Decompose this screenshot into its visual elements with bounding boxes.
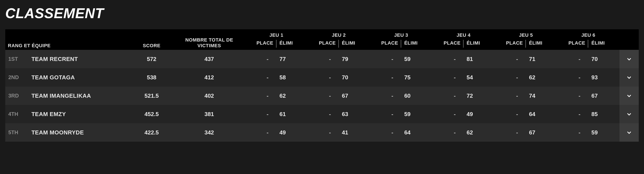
header-game-4: JEU 4 xyxy=(432,29,495,39)
table-row: 3RDTEAM IMANGELIKAA521.5402-62-67-60-72-… xyxy=(5,86,639,105)
place-cell: - xyxy=(432,105,464,123)
header-place-1: PLACE xyxy=(245,39,276,50)
place-cell: - xyxy=(495,105,526,123)
elimi-cell: 59 xyxy=(588,123,620,142)
elimi-cell: 63 xyxy=(339,105,370,123)
place-cell: - xyxy=(370,105,401,123)
chevron-down-icon xyxy=(626,111,632,117)
rank-cell: 2ND xyxy=(5,68,29,86)
place-cell: - xyxy=(308,123,339,142)
elimi-cell: 59 xyxy=(401,50,432,68)
elimi-cell: 67 xyxy=(339,86,370,105)
expand-row-button[interactable] xyxy=(620,50,639,68)
elimi-cell: 61 xyxy=(276,105,308,123)
place-cell: - xyxy=(370,123,401,142)
header-game-2: JEU 2 xyxy=(308,29,370,39)
elimi-cell: 54 xyxy=(464,68,495,86)
elimi-cell: 77 xyxy=(276,50,308,68)
rank-cell: 4TH xyxy=(5,105,29,123)
place-cell: - xyxy=(370,68,401,86)
place-cell: - xyxy=(557,123,588,142)
elimi-cell: 75 xyxy=(401,68,432,86)
kills-cell: 342 xyxy=(173,123,245,142)
place-cell: - xyxy=(308,86,339,105)
elimi-cell: 58 xyxy=(276,68,308,86)
team-cell: TEAM EMZY xyxy=(29,105,130,123)
header-elimi-6: ÉLIMI xyxy=(588,39,620,50)
place-cell: - xyxy=(370,50,401,68)
header-elimi-1: ÉLIMI xyxy=(276,39,308,50)
expand-cell xyxy=(620,68,639,86)
place-cell: - xyxy=(557,105,588,123)
place-cell: - xyxy=(308,105,339,123)
score-cell: 521.5 xyxy=(130,86,173,105)
header-elimi-5: ÉLIMI xyxy=(526,39,557,50)
header-expand xyxy=(620,29,639,50)
leaderboard-table: RANG ET ÉQUIPE SCORE NOMBRE TOTAL DE VIC… xyxy=(5,29,639,142)
elimi-cell: 81 xyxy=(464,50,495,68)
expand-row-button[interactable] xyxy=(620,123,639,142)
elimi-cell: 59 xyxy=(401,105,432,123)
elimi-cell: 67 xyxy=(588,86,620,105)
header-place-2: PLACE xyxy=(308,39,339,50)
table-row: 4THTEAM EMZY452.5381-61-63-59-49-64-85 xyxy=(5,105,639,123)
leaderboard-table-wrap: RANG ET ÉQUIPE SCORE NOMBRE TOTAL DE VIC… xyxy=(5,29,639,142)
header-kills: NOMBRE TOTAL DE VICTIMES xyxy=(173,29,245,50)
header-game-5: JEU 5 xyxy=(495,29,557,39)
team-cell: TEAM IMANGELIKAA xyxy=(29,86,130,105)
header-place-4: PLACE xyxy=(432,39,464,50)
expand-row-button[interactable] xyxy=(620,105,639,123)
place-cell: - xyxy=(370,86,401,105)
kills-cell: 381 xyxy=(173,105,245,123)
elimi-cell: 49 xyxy=(276,123,308,142)
elimi-cell: 93 xyxy=(588,68,620,86)
elimi-cell: 64 xyxy=(526,105,557,123)
table-body: 1STTEAM RECRENT572437-77-79-59-81-71-702… xyxy=(5,50,639,142)
expand-cell xyxy=(620,123,639,142)
elimi-cell: 64 xyxy=(401,123,432,142)
chevron-down-icon xyxy=(626,74,632,80)
header-score: SCORE xyxy=(130,29,173,50)
expand-row-button[interactable] xyxy=(620,68,639,86)
page-title: CLASSEMENT xyxy=(5,5,639,22)
place-cell: - xyxy=(432,68,464,86)
header-game-1: JEU 1 xyxy=(245,29,308,39)
rank-cell: 5TH xyxy=(5,123,29,142)
place-cell: - xyxy=(495,50,526,68)
score-cell: 452.5 xyxy=(130,105,173,123)
elimi-cell: 85 xyxy=(588,105,620,123)
elimi-cell: 79 xyxy=(339,50,370,68)
elimi-cell: 70 xyxy=(588,50,620,68)
team-cell: TEAM MOONRYDE xyxy=(29,123,130,142)
header-game-6: JEU 6 xyxy=(557,29,620,39)
elimi-cell: 41 xyxy=(339,123,370,142)
place-cell: - xyxy=(557,86,588,105)
score-cell: 538 xyxy=(130,68,173,86)
header-elimi-2: ÉLIMI xyxy=(339,39,370,50)
expand-cell xyxy=(620,86,639,105)
place-cell: - xyxy=(308,50,339,68)
elimi-cell: 62 xyxy=(276,86,308,105)
elimi-cell: 70 xyxy=(339,68,370,86)
team-cell: TEAM GOTAGA xyxy=(29,68,130,86)
team-cell: TEAM RECRENT xyxy=(29,50,130,68)
header-place-6: PLACE xyxy=(557,39,588,50)
elimi-cell: 74 xyxy=(526,86,557,105)
elimi-cell: 62 xyxy=(526,68,557,86)
expand-cell xyxy=(620,50,639,68)
score-cell: 422.5 xyxy=(130,123,173,142)
elimi-cell: 67 xyxy=(526,123,557,142)
header-place-5: PLACE xyxy=(495,39,526,50)
expand-row-button[interactable] xyxy=(620,86,639,105)
rank-cell: 3RD xyxy=(5,86,29,105)
rank-cell: 1ST xyxy=(5,50,29,68)
elimi-cell: 60 xyxy=(401,86,432,105)
place-cell: - xyxy=(432,123,464,142)
header-elimi-3: ÉLIMI xyxy=(401,39,432,50)
place-cell: - xyxy=(495,68,526,86)
place-cell: - xyxy=(432,86,464,105)
elimi-cell: 71 xyxy=(526,50,557,68)
score-cell: 572 xyxy=(130,50,173,68)
place-cell: - xyxy=(245,50,276,68)
chevron-down-icon xyxy=(626,130,632,135)
